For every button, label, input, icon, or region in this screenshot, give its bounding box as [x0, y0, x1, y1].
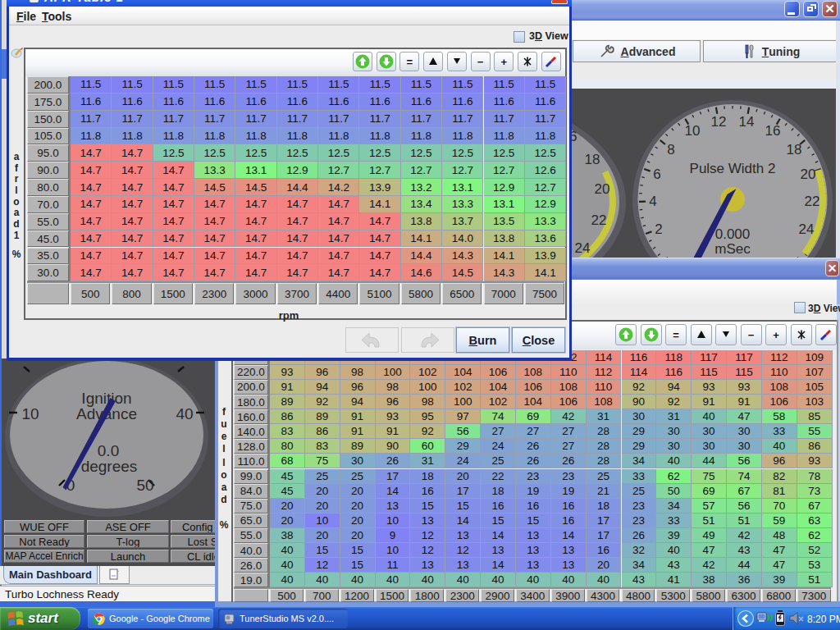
svg-text:0.000: 0.000 — [715, 226, 751, 242]
svg-text:12: 12 — [711, 114, 727, 130]
svg-text:Pulse Width 2: Pulse Width 2 — [690, 161, 776, 176]
svg-text:14: 14 — [739, 114, 755, 130]
svg-text:16: 16 — [572, 129, 577, 144]
svg-text:10: 10 — [21, 405, 39, 422]
svg-text:50: 50 — [136, 477, 153, 494]
svg-text:18: 18 — [585, 152, 600, 167]
svg-text:20: 20 — [595, 181, 610, 197]
svg-text:2: 2 — [655, 221, 662, 237]
svg-text:mSec: mSec — [714, 241, 751, 257]
svg-text:24: 24 — [799, 221, 815, 237]
svg-text:8: 8 — [667, 142, 674, 158]
svg-text:20: 20 — [801, 167, 816, 182]
svg-text:18: 18 — [787, 142, 802, 158]
svg-text:Ignition: Ignition — [81, 390, 131, 407]
svg-text:40: 40 — [176, 405, 193, 422]
svg-text:16: 16 — [765, 123, 781, 139]
svg-text:10: 10 — [685, 123, 701, 139]
svg-text:degrees: degrees — [81, 458, 138, 475]
svg-text:4: 4 — [649, 194, 656, 209]
svg-text:0.0: 0.0 — [98, 442, 119, 459]
svg-text:22: 22 — [591, 212, 607, 228]
svg-text:22: 22 — [805, 194, 820, 209]
svg-text:6: 6 — [653, 167, 660, 182]
svg-text:24: 24 — [575, 240, 591, 256]
